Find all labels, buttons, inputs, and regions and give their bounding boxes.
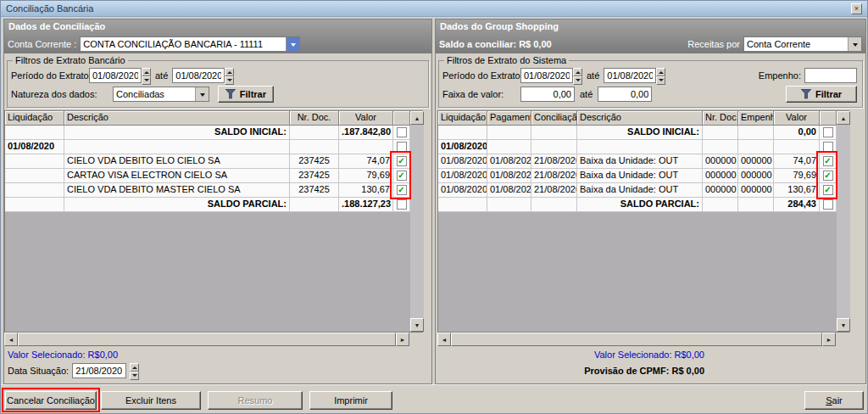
receitas-por-select[interactable]: Conta Corrente: [743, 36, 862, 52]
table-row[interactable]: CIELO VDA DEBITO MASTER CIELO SA 237425 …: [5, 183, 410, 198]
sair-button[interactable]: Sair: [804, 391, 864, 410]
date-group: 01/08/2020: [438, 140, 487, 154]
natureza-select[interactable]: Conciliadas: [113, 87, 209, 102]
saldo-inicial-label: SALDO INICIAL:: [64, 126, 290, 140]
date-spinner[interactable]: [130, 363, 139, 378]
periodo-ate-input[interactable]: [172, 68, 225, 83]
table-row[interactable]: 01/08/2020 01/08/2020 21/08/2020 Baixa d…: [438, 169, 837, 183]
spinner-down-icon[interactable]: [130, 372, 139, 380]
date-spinner[interactable]: [225, 68, 234, 83]
checked-icon[interactable]: ✓: [823, 185, 833, 195]
scrollbar-corner: [836, 333, 849, 346]
col-header-nrdoc: Nr. Doc.: [290, 111, 339, 126]
scroll-track[interactable]: [837, 125, 850, 318]
filtrar-button[interactable]: Filtrar: [786, 86, 857, 103]
checked-icon[interactable]: ✓: [823, 156, 833, 166]
checkbox-empty[interactable]: [397, 142, 407, 152]
scroll-up-icon[interactable]: ▲: [410, 111, 424, 125]
filtrar-label: Filtrar: [815, 89, 842, 99]
table-row[interactable]: SALDO PARCIAL: 284,43: [438, 198, 837, 212]
empenho-input[interactable]: [804, 68, 857, 83]
spinner-up-icon[interactable]: [656, 68, 665, 76]
table-row[interactable]: 01/08/2020 01/08/2020 21/08/2020 Baixa d…: [438, 183, 837, 198]
scroll-right-icon[interactable]: ►: [822, 333, 836, 346]
periodo-de-input[interactable]: [520, 68, 573, 83]
spinner-down-icon[interactable]: [573, 76, 582, 85]
table-row[interactable]: 01/08/2020 01/08/2020 21/08/2020 Baixa d…: [438, 154, 837, 169]
col-header-liquidacao: Liquidação: [5, 111, 64, 126]
fieldset-legend: Filtros de Extrato do Sistema: [444, 55, 569, 65]
table-row[interactable]: 01/08/2020: [5, 140, 410, 154]
checked-icon[interactable]: ✓: [823, 171, 833, 181]
faixa-ate-input[interactable]: [598, 87, 652, 102]
group-shopping-panel-header: Dados do Group Shopping Saldo a concilia…: [436, 20, 865, 53]
scroll-down-icon[interactable]: ▼: [837, 318, 850, 332]
dropdown-button[interactable]: [195, 87, 209, 101]
periodo-extrato-label: Período do Extrato:: [442, 70, 520, 81]
data-situacao-input[interactable]: [72, 363, 126, 378]
table-row[interactable]: CARTAO VISA ELECTRON CIELO SA 237425 79,…: [5, 169, 410, 183]
saldo-inicial-valor: 0,00: [774, 126, 820, 140]
cancelar-conciliacao-button[interactable]: Cancelar Conciliação: [5, 391, 97, 410]
checked-icon[interactable]: ✓: [397, 171, 407, 181]
scroll-thumb[interactable]: [451, 333, 822, 346]
title-bar[interactable]: Conciliação Bancária ×: [1, 1, 867, 17]
dropdown-button[interactable]: [848, 37, 861, 51]
spinner-down-icon[interactable]: [225, 76, 234, 85]
spinner-up-icon[interactable]: [130, 363, 139, 372]
checkbox-empty[interactable]: [397, 127, 407, 137]
imprimir-button[interactable]: Imprimir: [309, 391, 392, 410]
spinner-down-icon[interactable]: [142, 76, 151, 85]
scrollbar-corner: [409, 333, 423, 346]
scroll-left-icon[interactable]: ◄: [437, 333, 451, 346]
dropdown-button[interactable]: [286, 37, 299, 51]
table-row[interactable]: SALDO INICIAL: .187.842,80: [5, 126, 410, 140]
vertical-scrollbar[interactable]: ▲ ▼: [410, 111, 424, 332]
table-row[interactable]: 01/08/2020: [438, 140, 837, 154]
table-row[interactable]: CIELO VDA DEBITO ELO CIELO SA 237425 74,…: [5, 154, 410, 169]
bank-statement-grid: Liquidação Descrição Nr. Doc. Valor SALD…: [4, 110, 423, 333]
date-spinner[interactable]: [656, 68, 665, 83]
date-spinner[interactable]: [573, 68, 582, 83]
checkbox-empty[interactable]: [823, 142, 833, 152]
filtrar-button[interactable]: Filtrar: [218, 86, 274, 103]
scroll-thumb[interactable]: [18, 333, 396, 346]
table-row[interactable]: SALDO PARCIAL: .188.127,23: [5, 198, 410, 212]
col-header-conciliacao: Conciliaçã: [531, 111, 577, 126]
col-header-empenho: Empenh: [738, 111, 774, 126]
conta-corrente-select[interactable]: CONTA CONCILIAÇÃO BANCARIA - 11111: [80, 36, 300, 52]
table-row[interactable]: SALDO INICIAL: 0,00: [438, 126, 837, 140]
scroll-up-icon[interactable]: ▲: [837, 111, 850, 125]
horizontal-scrollbar[interactable]: ◄ ►: [4, 333, 409, 346]
spinner-up-icon[interactable]: [225, 68, 234, 76]
date-spinner[interactable]: [142, 68, 151, 83]
checkbox-empty[interactable]: [823, 127, 833, 137]
col-header-pagamento: Pagament: [487, 111, 531, 126]
horizontal-scrollbar[interactable]: ◄ ►: [437, 333, 836, 346]
saldo-inicial-label: SALDO INICIAL:: [577, 126, 703, 140]
checked-icon[interactable]: ✓: [397, 185, 407, 195]
periodo-de-input[interactable]: [89, 68, 142, 83]
conciliacao-panel: Dados de Conciliação Conta Corrente : CO…: [3, 19, 432, 384]
saldo-parcial-label: SALDO PARCIAL:: [64, 198, 290, 212]
excluir-itens-button[interactable]: Excluir Itens: [101, 391, 201, 410]
faixa-de-input[interactable]: [520, 87, 575, 102]
spinner-up-icon[interactable]: [573, 68, 582, 76]
saldo-parcial-label: SALDO PARCIAL:: [577, 198, 703, 212]
saldo-parcial-valor: .188.127,23: [339, 198, 393, 212]
scroll-track[interactable]: [410, 125, 424, 318]
scroll-down-icon[interactable]: ▼: [410, 318, 424, 332]
spinner-down-icon[interactable]: [656, 76, 665, 85]
scroll-left-icon[interactable]: ◄: [4, 333, 18, 346]
vertical-scrollbar[interactable]: ▲ ▼: [837, 111, 850, 332]
spinner-up-icon[interactable]: [142, 68, 151, 76]
checkbox-empty[interactable]: [823, 199, 833, 210]
checkbox-empty[interactable]: [397, 199, 407, 210]
close-button[interactable]: ×: [851, 3, 862, 14]
grid-empty-area: [5, 212, 410, 332]
periodo-ate-input[interactable]: [604, 68, 656, 83]
col-header-descricao: Descrição: [64, 111, 290, 126]
checked-icon[interactable]: ✓: [397, 156, 407, 166]
scroll-right-icon[interactable]: ►: [396, 333, 409, 346]
filtrar-label: Filtrar: [240, 89, 266, 99]
